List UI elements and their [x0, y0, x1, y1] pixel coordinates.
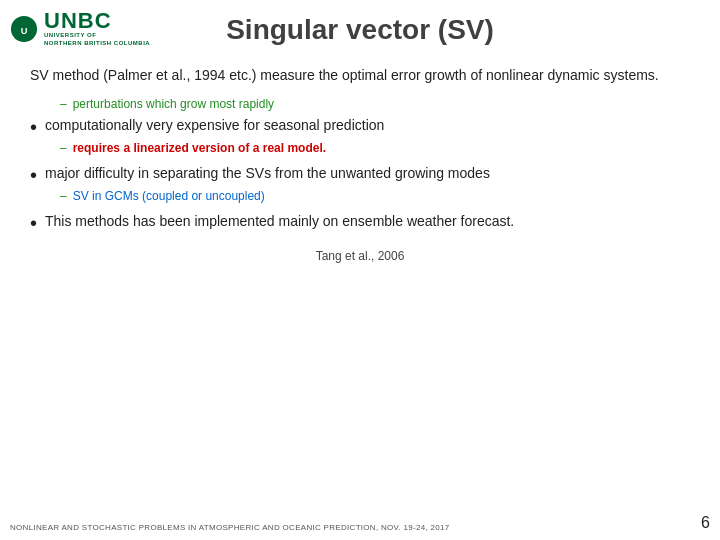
page-number: 6	[701, 514, 710, 532]
logo-icon: U	[10, 15, 38, 43]
bullet-dot-2: •	[30, 163, 37, 187]
university-logo: U UNBC UNIVERSITY OF NORTHERN BRITISH CO…	[10, 10, 150, 48]
bullet-row-1: • computationally very expensive for sea…	[30, 115, 690, 139]
dash-icon-2: –	[60, 141, 67, 155]
bullet-section-2: • major difficulty in separating the SVs…	[30, 163, 690, 203]
bullet-section-3: • This methods has been implemented main…	[30, 211, 690, 235]
bullet-dot-1: •	[30, 115, 37, 139]
sub-bullet-text-3: SV in GCMs (coupled or uncoupled)	[73, 189, 265, 203]
footer-conference-text: NONLINEAR AND STOCHASTIC PROBLEMS IN ATM…	[10, 523, 450, 532]
svg-text:U: U	[21, 25, 28, 35]
bullet-text-2: major difficulty in separating the SVs f…	[45, 163, 490, 184]
bullet-dot-3: •	[30, 211, 37, 235]
intro-paragraph: SV method (Palmer et al., 1994 etc.) mea…	[30, 65, 690, 87]
bullet-row-3: • This methods has been implemented main…	[30, 211, 690, 235]
dash-icon-1: –	[60, 97, 67, 111]
logo-university-line2: NORTHERN BRITISH COLUMBIA	[44, 40, 150, 48]
logo-unbc-text: UNBC	[44, 10, 112, 32]
dash-icon-3: –	[60, 189, 67, 203]
sub-bullet-text-1: perturbations which grow most rapidly	[73, 97, 274, 111]
bullet-text-3: This methods has been implemented mainly…	[45, 211, 514, 233]
sub-bullet-text-2: requires a linearized version of a real …	[73, 141, 326, 155]
bullet-section-1: • computationally very expensive for sea…	[30, 115, 690, 155]
sub-bullet-2: – requires a linearized version of a rea…	[60, 141, 690, 155]
footer: NONLINEAR AND STOCHASTIC PROBLEMS IN ATM…	[0, 514, 720, 532]
bullet-row-2: • major difficulty in separating the SVs…	[30, 163, 690, 187]
sub-bullet-perturbations: – perturbations which grow most rapidly	[60, 97, 690, 111]
logo-university-line1: UNIVERSITY OF	[44, 32, 96, 40]
main-content: SV method (Palmer et al., 1994 etc.) mea…	[30, 65, 690, 500]
sub-bullet-3: – SV in GCMs (coupled or uncoupled)	[60, 189, 690, 203]
bullet-text-1: computationally very expensive for seaso…	[45, 115, 384, 136]
citation: Tang et al., 2006	[30, 249, 690, 263]
